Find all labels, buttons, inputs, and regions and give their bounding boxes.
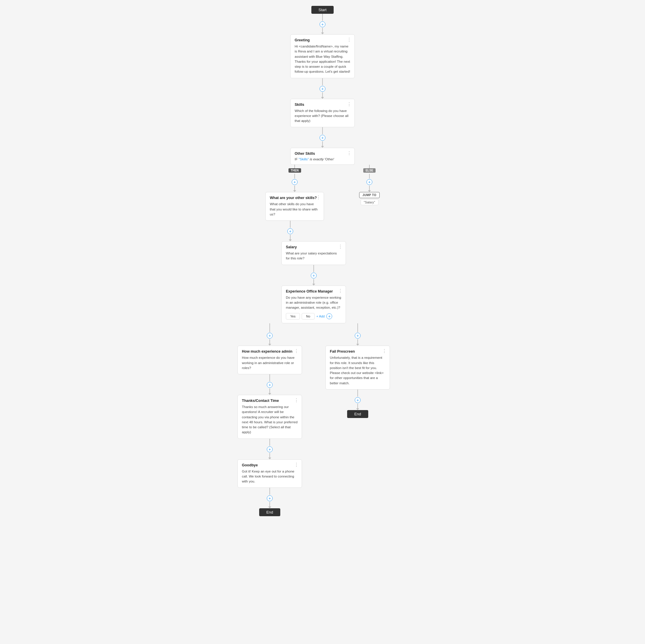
salary-title: Salary bbox=[286, 245, 342, 249]
flow-container: Start + Greeting ⋮ Hi <candidate/firstNa… bbox=[191, 6, 454, 638]
add-btn-9[interactable]: + bbox=[355, 397, 361, 403]
left-split-branch: + How much experience admin ⋮ How much e… bbox=[237, 323, 302, 516]
add-btn-left[interactable]: + bbox=[267, 333, 273, 339]
skills-body: Which of the following do you have exper… bbox=[295, 109, 350, 124]
goodbye-body: Got it! Keep an eye out for a phone call… bbox=[242, 469, 297, 484]
greeting-title: Greeting bbox=[295, 38, 350, 42]
add-circle-btn[interactable]: + bbox=[326, 313, 332, 319]
fail-menu[interactable]: ⋮ bbox=[382, 349, 387, 354]
exp-title: Experience Office Manager bbox=[286, 289, 342, 293]
end-node-2: End bbox=[347, 410, 368, 418]
thanks-menu[interactable]: ⋮ bbox=[294, 398, 299, 403]
what-other-skills-menu[interactable]: ⋮ bbox=[316, 195, 321, 200]
add-btn-5[interactable]: + bbox=[311, 273, 316, 278]
start-node: Start bbox=[311, 6, 333, 14]
other-skills-condition: IF "Skills" is exactly 'Other' bbox=[295, 157, 350, 161]
add-btn-4[interactable]: + bbox=[287, 228, 293, 234]
how-much-exp-menu[interactable]: ⋮ bbox=[294, 349, 299, 354]
jump-to-node[interactable]: JUMP TO bbox=[359, 192, 380, 198]
experience-office-manager-node: Experience Office Manager ⋮ Do you have … bbox=[281, 285, 346, 324]
jump-target: "Salary" bbox=[361, 199, 379, 205]
how-much-exp-node: How much experience admin ⋮ How much exp… bbox=[237, 346, 302, 374]
branch-then-else: THEN + What are your other skills? ⋮ Wha… bbox=[191, 165, 454, 221]
greeting-node: Greeting ⋮ Hi <candidate/firstName>, my … bbox=[290, 34, 355, 78]
answer-row: Yes No + Add + bbox=[286, 313, 342, 319]
other-skills-menu[interactable]: ⋮ bbox=[347, 151, 352, 156]
right-split-branch: + Fail Prescreen ⋮ Unfortunately, that i… bbox=[326, 323, 390, 516]
greeting-body: Hi <candidate/firstName>, my name is Rev… bbox=[295, 44, 350, 74]
no-btn[interactable]: No bbox=[302, 313, 314, 319]
else-label: ELSE bbox=[363, 168, 376, 173]
goodbye-node: Goodbye ⋮ Got it! Keep an eye out for a … bbox=[237, 459, 302, 488]
goodbye-menu[interactable]: ⋮ bbox=[294, 463, 299, 467]
what-other-skills-body: What other skills do you have that you w… bbox=[270, 202, 319, 217]
connector-skills-otherskills: + bbox=[319, 127, 326, 148]
connector-start-greeting: + bbox=[319, 14, 326, 34]
skills-title: Skills bbox=[295, 102, 350, 107]
add-btn-then[interactable]: + bbox=[292, 179, 297, 185]
add-btn-8[interactable]: + bbox=[267, 495, 273, 501]
what-other-skills-title: What are your other skills? bbox=[270, 196, 319, 200]
salary-node: Salary ⋮ What are your salary expectatio… bbox=[281, 241, 346, 265]
connector-salary-exp: + bbox=[311, 265, 316, 285]
add-btn-right[interactable]: + bbox=[355, 333, 361, 339]
fail-title: Fail Prescreen bbox=[330, 350, 386, 354]
what-other-skills-node: What are your other skills? ⋮ What other… bbox=[265, 192, 324, 221]
salary-menu[interactable]: ⋮ bbox=[338, 244, 343, 249]
thanks-body: Thanks so much answering our questions! … bbox=[242, 405, 297, 435]
end-node-1: End bbox=[259, 508, 280, 516]
fail-prescreen-node: Fail Prescreen ⋮ Unfortunately, that is … bbox=[326, 346, 390, 390]
salary-body: What are your salary expectations for th… bbox=[286, 251, 342, 261]
add-btn-else[interactable]: + bbox=[367, 179, 372, 185]
other-skills-title: Other Skills bbox=[295, 152, 350, 156]
fail-body: Unfortunately, that is a requirement for… bbox=[330, 355, 386, 386]
other-skills-node: Other Skills ⋮ IF "Skills" is exactly 'O… bbox=[290, 148, 355, 165]
split-section: + How much experience admin ⋮ How much e… bbox=[182, 323, 446, 516]
connector-greeting-skills: + bbox=[319, 78, 326, 99]
thanks-contact-node: Thanks/Contact Time ⋮ Thanks so much ans… bbox=[237, 395, 302, 439]
greeting-menu[interactable]: ⋮ bbox=[347, 37, 352, 42]
add-btn-7[interactable]: + bbox=[267, 446, 273, 452]
add-answer-btn[interactable]: + Add bbox=[316, 314, 325, 318]
post-then-connector: + bbox=[191, 221, 454, 241]
thanks-title: Thanks/Contact Time bbox=[242, 399, 297, 403]
skills-menu[interactable]: ⋮ bbox=[347, 102, 352, 107]
else-branch: ELSE + JUMP TO "Salary" bbox=[359, 165, 380, 205]
goodbye-title: Goodbye bbox=[242, 463, 297, 467]
exp-menu[interactable]: ⋮ bbox=[338, 289, 343, 293]
skills-node: Skills ⋮ Which of the following do you h… bbox=[290, 99, 355, 128]
then-branch: THEN + What are your other skills? ⋮ Wha… bbox=[265, 165, 324, 221]
add-btn-2[interactable]: + bbox=[319, 86, 326, 92]
yes-btn[interactable]: Yes bbox=[286, 313, 300, 319]
add-btn-1[interactable]: + bbox=[319, 21, 326, 27]
then-label: THEN bbox=[288, 168, 301, 173]
how-much-exp-title: How much experience admin bbox=[242, 350, 297, 354]
add-btn-3[interactable]: + bbox=[319, 135, 326, 141]
exp-body: Do you have any experience working in an… bbox=[286, 295, 342, 310]
add-btn-6[interactable]: + bbox=[267, 382, 273, 388]
how-much-exp-body: How much experience do you have working … bbox=[242, 355, 297, 371]
